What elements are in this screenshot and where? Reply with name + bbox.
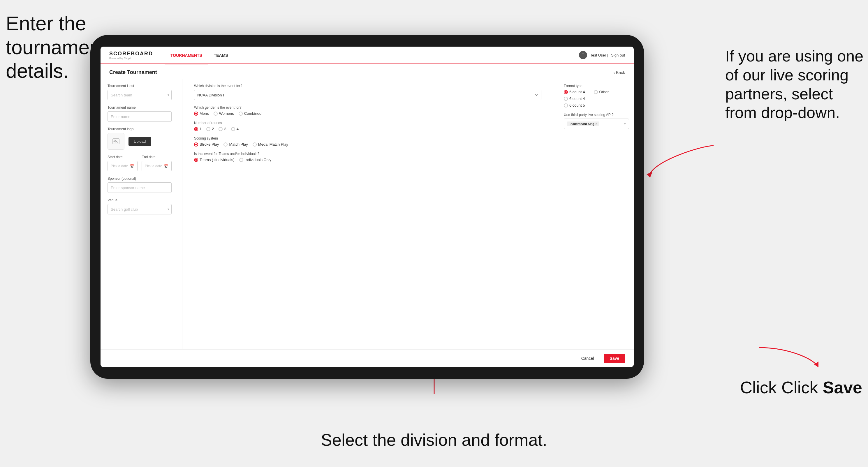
start-date-input[interactable]: Pick a date 📅 <box>107 161 137 171</box>
format-label: Format type <box>564 84 629 88</box>
rounds-1[interactable]: 1 <box>194 127 202 131</box>
logo-upload-area: Upload <box>107 133 172 150</box>
gender-mens-radio[interactable] <box>194 112 198 116</box>
navbar: SCOREBOARD Powered by Clippit TOURNAMENT… <box>100 46 634 64</box>
rounds-2[interactable]: 2 <box>206 127 214 131</box>
gender-group: Which gender is the event for? Mens Wome… <box>194 105 541 116</box>
live-scoring-label: Use third-party live scoring API? <box>564 113 629 117</box>
name-group: Tournament name <box>107 105 172 122</box>
end-date-label: End date <box>142 155 172 159</box>
live-scoring-group: Use third-party live scoring API? Leader… <box>564 113 629 129</box>
other-option-area: Other <box>594 90 609 94</box>
individuals-only[interactable]: Individuals Only <box>239 158 272 162</box>
logo-area: SCOREBOARD Powered by Clippit <box>109 51 153 60</box>
cancel-button[interactable]: Cancel <box>576 354 600 363</box>
teams-plus-individuals[interactable]: Teams (+Individuals) <box>194 158 235 162</box>
tag-select-arrow: ▾ <box>624 122 626 126</box>
save-button[interactable]: Save <box>604 354 625 363</box>
rounds-radio-group: 1 2 3 4 <box>194 127 541 131</box>
calendar-icon-end: 📅 <box>163 164 168 168</box>
search-icon: ▾ <box>167 93 169 97</box>
rounds-3-radio[interactable] <box>219 127 223 131</box>
format-other[interactable]: Other <box>594 90 609 94</box>
svg-marker-4 <box>814 362 818 367</box>
gender-radio-group: Mens Womens Combined <box>194 111 541 116</box>
nav-item-tournaments[interactable]: TOURNAMENTS <box>165 47 208 64</box>
start-date-group: Start date Pick a date 📅 <box>107 155 137 171</box>
annotation-bottom-right: Click Click SaveClick Save <box>740 378 862 397</box>
host-label: Tournament Host <box>107 84 172 88</box>
upload-button[interactable]: Upload <box>128 137 151 146</box>
division-select[interactable]: NCAA Division I <box>194 90 541 100</box>
user-avatar: T <box>579 51 587 59</box>
rounds-1-radio[interactable] <box>194 127 198 131</box>
format-5count4-radio[interactable] <box>564 90 568 94</box>
logo-placeholder <box>107 133 124 150</box>
rounds-label: Number of rounds <box>194 121 541 125</box>
gender-combined-radio[interactable] <box>239 112 243 116</box>
logo-group: Tournament logo Upload <box>107 127 172 150</box>
venue-label: Venue <box>107 198 172 202</box>
live-scoring-tag-select[interactable]: Leaderboard King ✕ ▾ <box>564 119 629 129</box>
annotation-bottom-center: Select the division and format. <box>321 430 547 449</box>
sign-out-link[interactable]: Sign out <box>611 53 625 57</box>
tablet-screen: SCOREBOARD Powered by Clippit TOURNAMENT… <box>100 46 634 367</box>
nav-item-teams[interactable]: TEAMS <box>208 47 234 64</box>
format-5count4[interactable]: 5 count 4 <box>564 90 585 94</box>
logo-title: SCOREBOARD <box>109 51 153 57</box>
venue-input[interactable] <box>107 204 172 214</box>
start-date-label: Start date <box>107 155 137 159</box>
teams-radio-group: Teams (+Individuals) Individuals Only <box>194 158 541 162</box>
format-6count4[interactable]: 6 count 4 <box>564 96 585 101</box>
scoring-stroke[interactable]: Stroke Play <box>194 142 219 147</box>
back-link[interactable]: Back <box>613 70 625 75</box>
date-group: Start date Pick a date 📅 End date Pick a… <box>107 155 172 171</box>
format-other-radio[interactable] <box>594 90 598 94</box>
teams-group: Is this event for Teams and/or Individua… <box>194 152 541 162</box>
form-column-3: Format type 5 count 4 6 count 4 <box>558 79 634 349</box>
name-input[interactable] <box>107 111 172 122</box>
format-6count5-radio[interactable] <box>564 103 568 107</box>
tag-close-icon[interactable]: ✕ <box>595 122 598 126</box>
scoring-match-radio[interactable] <box>223 143 227 147</box>
scoring-medal-match[interactable]: Medal Match Play <box>253 142 288 147</box>
venue-group: Venue ▾ <box>107 198 172 214</box>
gender-womens-radio[interactable] <box>214 112 218 116</box>
format-6count5[interactable]: 6 count 5 <box>564 103 585 107</box>
scoring-match[interactable]: Match Play <box>223 142 248 147</box>
rounds-group: Number of rounds 1 2 3 <box>194 121 541 131</box>
scoring-stroke-radio[interactable] <box>194 143 198 147</box>
individuals-radio[interactable] <box>239 158 243 162</box>
gender-combined[interactable]: Combined <box>239 111 261 116</box>
gender-womens[interactable]: Womens <box>214 111 234 116</box>
rounds-3[interactable]: 3 <box>219 127 226 131</box>
teams-label: Is this event for Teams and/or Individua… <box>194 152 541 156</box>
scoring-group: Scoring system Stroke Play Match Play <box>194 136 541 147</box>
annotation-top-right: If you are using one of our live scoring… <box>725 46 865 122</box>
logo-subtitle: Powered by Clippit <box>109 57 153 60</box>
rounds-4[interactable]: 4 <box>231 127 239 131</box>
nav-right: T Test User | Sign out <box>579 51 625 59</box>
rounds-2-radio[interactable] <box>206 127 210 131</box>
end-date-group: End date Pick a date 📅 <box>142 155 172 171</box>
page-title: Create Tournament <box>109 69 157 75</box>
form-column-1: Tournament Host ▾ Tournament name Tourna… <box>100 79 176 349</box>
sponsor-input[interactable] <box>107 182 172 193</box>
col-divider-2 <box>552 79 552 349</box>
host-input[interactable] <box>107 90 172 100</box>
logo-label: Tournament logo <box>107 127 172 131</box>
gender-mens[interactable]: Mens <box>194 111 209 116</box>
rounds-4-radio[interactable] <box>231 127 235 131</box>
page-header: Create Tournament Back <box>100 64 634 79</box>
scoring-medal-radio[interactable] <box>253 143 257 147</box>
col-divider-1 <box>182 79 182 349</box>
calendar-icon-start: 📅 <box>129 164 134 168</box>
sponsor-group: Sponsor (optional) <box>107 177 172 193</box>
host-group: Tournament Host ▾ <box>107 84 172 100</box>
svg-marker-1 <box>647 172 652 178</box>
format-6count4-radio[interactable] <box>564 97 568 101</box>
arrow-live-scoring <box>644 143 716 178</box>
live-scoring-tag: Leaderboard King ✕ <box>567 122 599 126</box>
end-date-input[interactable]: Pick a date 📅 <box>142 161 172 171</box>
teams-radio[interactable] <box>194 158 198 162</box>
